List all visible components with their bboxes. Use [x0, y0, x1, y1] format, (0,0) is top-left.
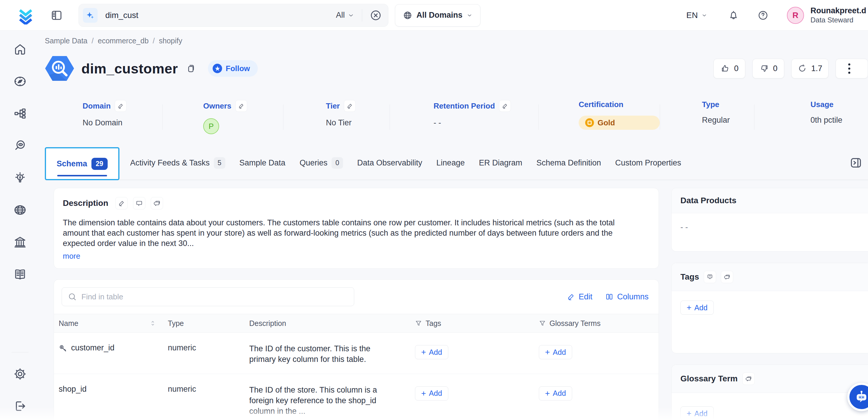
meta-type: Type Regular	[660, 100, 754, 125]
upvote-button[interactable]: 0	[713, 59, 745, 79]
bigquery-hexagon-icon	[45, 55, 74, 82]
data-products-hierarchy-icon[interactable]	[13, 107, 27, 120]
column-header-name[interactable]: Name	[54, 319, 164, 328]
breadcrumb-schema[interactable]: shopify	[159, 36, 182, 45]
tab-queries[interactable]: Queries 0	[300, 157, 343, 169]
star-icon: ★	[213, 64, 222, 73]
notifications-button[interactable]	[728, 10, 739, 21]
filter-funnel-icon[interactable]	[415, 320, 422, 327]
edit-owners-button[interactable]	[235, 100, 247, 112]
search-divider	[362, 9, 362, 22]
certification-badge[interactable]: Gold	[579, 116, 660, 130]
edit-description-button[interactable]	[115, 197, 128, 209]
glossary-suggestions-button[interactable]	[742, 372, 755, 385]
search-scope-dropdown[interactable]: All	[336, 11, 354, 20]
more-actions-button[interactable]	[836, 59, 868, 79]
all-domains-dropdown[interactable]: All Domains	[395, 4, 480, 27]
discover-compass-icon[interactable]	[13, 74, 27, 88]
sidebar-toggle-button[interactable]	[50, 9, 63, 22]
global-search-bar[interactable]: dim_cust All	[79, 4, 389, 27]
copy-icon	[186, 63, 196, 74]
column-type: numeric	[164, 333, 245, 373]
user-block[interactable]: Rounakpreet.d Data Steward	[810, 6, 868, 25]
observability-search-eye-icon[interactable]	[13, 139, 27, 152]
kebab-menu-icon	[848, 63, 850, 74]
chevron-down-icon	[467, 12, 472, 18]
governance-bank-icon[interactable]	[13, 235, 27, 249]
tab-activity-feeds-tasks[interactable]: Activity Feeds & Tasks 5	[130, 157, 225, 169]
downvote-button[interactable]: 0	[752, 59, 784, 79]
collapse-right-panel-button[interactable]	[849, 156, 863, 170]
settings-gear-icon[interactable]	[13, 367, 27, 381]
add-tag-button[interactable]: +Add	[415, 386, 448, 400]
find-in-table-wrap	[62, 287, 354, 306]
atlan-logo[interactable]	[17, 6, 35, 25]
table-row[interactable]: customer_id numeric The ID of the custom…	[54, 333, 659, 374]
asset-tabs: Schema 29 Activity Feeds & Tasks 5 Sampl…	[45, 146, 868, 180]
tab-lineage[interactable]: Lineage	[436, 158, 465, 168]
column-type: numeric	[164, 374, 245, 420]
clear-search-icon[interactable]	[370, 9, 382, 21]
add-glossary-term-button[interactable]: +Add	[539, 386, 572, 400]
table-row[interactable]: shop_id numeric The ID of the store. Thi…	[54, 374, 659, 420]
breadcrumb-database[interactable]: ecommerce_db	[98, 36, 148, 45]
add-glossary-term-button[interactable]: +Add	[680, 407, 714, 420]
web-globe-icon[interactable]	[13, 203, 27, 217]
thumbs-down-icon	[760, 64, 769, 73]
sign-out-icon[interactable]	[13, 399, 27, 413]
description-more-link[interactable]: more	[63, 251, 80, 261]
filter-funnel-icon[interactable]	[539, 320, 546, 327]
help-button[interactable]	[757, 10, 769, 21]
schema-tab-content: Description The dimension table contains…	[54, 188, 659, 420]
description-suggestions-button[interactable]	[151, 197, 163, 209]
user-role: Data Steward	[810, 16, 866, 25]
insights-lightbulb-icon[interactable]	[13, 171, 27, 185]
home-icon[interactable]	[13, 42, 27, 56]
edit-domain-button[interactable]	[115, 100, 127, 112]
tab-er-diagram[interactable]: ER Diagram	[479, 158, 522, 168]
tags-help-button[interactable]	[704, 271, 716, 283]
breadcrumb-connection[interactable]: Sample Data	[45, 36, 88, 45]
column-header-description[interactable]: Description	[245, 319, 411, 328]
tab-data-observability[interactable]: Data Observability	[357, 158, 422, 168]
robot-chat-icon	[854, 389, 868, 404]
topbar: dim_cust All All Domains EN	[0, 0, 868, 31]
edit-tier-button[interactable]	[344, 100, 356, 112]
view-more-link[interactable]: View more	[249, 418, 287, 420]
tab-schema-definition[interactable]: Schema Definition	[536, 158, 601, 168]
language-dropdown[interactable]: EN	[686, 11, 707, 20]
add-glossary-term-button[interactable]: +Add	[539, 345, 572, 359]
edit-retention-button[interactable]	[499, 100, 511, 112]
copy-name-button[interactable]	[186, 63, 196, 74]
edit-table-button[interactable]: Edit	[567, 292, 592, 301]
add-tag-button[interactable]: +Add	[415, 345, 448, 359]
column-description: The ID of the store. This column is a fo…	[249, 386, 377, 416]
search-input[interactable]: dim_cust	[105, 11, 336, 20]
comment-bubble-icon	[136, 200, 143, 207]
meta-certification: Certification Gold	[538, 100, 660, 130]
user-avatar[interactable]: R	[787, 7, 804, 24]
owner-avatar[interactable]: P	[203, 118, 219, 134]
find-in-table-input[interactable]	[82, 292, 348, 301]
column-header-glossary-terms[interactable]: Glossary Terms	[535, 319, 659, 328]
follow-button[interactable]: ★ Follow	[208, 60, 257, 77]
glossary-book-icon[interactable]	[13, 268, 27, 281]
columns-config-button[interactable]: Columns	[605, 292, 649, 301]
meta-retention-period: Retention Period - -	[390, 100, 538, 127]
add-tag-button[interactable]: +Add	[680, 301, 714, 315]
sort-icon[interactable]	[150, 320, 156, 327]
column-header-tags[interactable]: Tags	[411, 319, 535, 328]
rail-divider	[11, 352, 29, 353]
description-comment-button[interactable]	[133, 197, 146, 209]
column-name: shop_id	[59, 385, 87, 394]
tab-sample-data[interactable]: Sample Data	[240, 158, 285, 168]
pencil-icon	[567, 293, 575, 301]
tab-custom-properties[interactable]: Custom Properties	[615, 158, 681, 168]
tab-schema[interactable]: Schema 29	[57, 158, 107, 170]
tags-suggestions-button[interactable]	[721, 271, 733, 283]
column-header-type[interactable]: Type	[164, 319, 245, 328]
popularity-score-button[interactable]: 1.7	[791, 59, 829, 79]
ai-search-chip[interactable]	[83, 8, 98, 23]
table-header-row: Name Type Description Tags	[54, 314, 659, 333]
meta-tier: Tier No Tier	[283, 100, 390, 127]
